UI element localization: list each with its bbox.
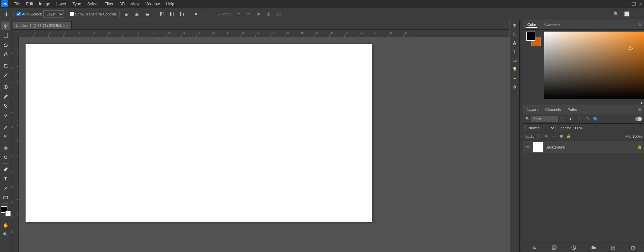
more-options-2-button[interactable]: ⋯	[633, 10, 642, 18]
color-tab[interactable]: Color	[526, 22, 537, 28]
more-options-button[interactable]: ···	[202, 11, 208, 16]
lock-artboard-btn[interactable]: ⊞	[558, 133, 564, 139]
side-font[interactable]: 𝒜	[510, 56, 519, 65]
align-right-button[interactable]	[143, 10, 151, 18]
3d-pan-btn[interactable]: ⟲	[244, 10, 253, 18]
move-tool-btn[interactable]	[1, 22, 10, 30]
layer-fx-button[interactable]: fx	[531, 244, 538, 251]
transform-controls-checkbox[interactable]: Show Transform Controls	[70, 12, 117, 16]
filter-adjust-btn[interactable]: ◐	[568, 116, 574, 122]
side-light[interactable]: 💡	[510, 65, 519, 73]
menu-image[interactable]: Image	[36, 1, 53, 7]
side-type[interactable]: A	[510, 39, 519, 47]
menu-filter[interactable]: Filter	[102, 1, 116, 7]
layers-kind-input[interactable]	[531, 116, 558, 122]
swatches-tab[interactable]: Swatches	[543, 22, 562, 28]
layer-dropdown[interactable]: Layer Group	[43, 10, 64, 18]
layers-tab-paths[interactable]: Paths	[566, 107, 578, 112]
background-color-swatch[interactable]	[5, 211, 11, 216]
layer-visibility-eye[interactable]: 👁	[525, 144, 531, 150]
dodge-btn[interactable]	[1, 153, 10, 162]
blur-btn[interactable]	[1, 144, 10, 153]
minimize-button[interactable]: ─	[626, 1, 629, 7]
panel-collapse-btn[interactable]: ‹	[520, 20, 523, 252]
opacity-value[interactable]: 100%	[573, 126, 585, 130]
menu-3d[interactable]: 3D	[117, 1, 127, 7]
path-selection-btn[interactable]: ↗	[1, 184, 10, 193]
eyedropper-btn[interactable]	[1, 71, 10, 80]
layer-group-button[interactable]	[590, 244, 597, 251]
blend-mode-select[interactable]: Normal Multiply Screen Overlay	[525, 125, 556, 131]
history-brush-btn[interactable]: ↺	[1, 111, 10, 120]
gradient-btn[interactable]	[1, 132, 10, 141]
marquee-tool-btn[interactable]	[1, 31, 10, 40]
menu-layer[interactable]: Layer	[53, 1, 69, 7]
align-left-button[interactable]	[122, 10, 131, 18]
fg-color-box[interactable]	[526, 32, 535, 41]
healing-brush-btn[interactable]	[1, 83, 10, 91]
menu-window[interactable]: Window	[143, 1, 163, 7]
align-top-button[interactable]	[157, 10, 166, 18]
layer-mask-button[interactable]	[551, 244, 558, 251]
filter-pixel-btn[interactable]: ⬛	[560, 116, 566, 122]
lock-transparent-btn[interactable]: ⬛	[536, 133, 542, 139]
crop-tool-btn[interactable]	[1, 61, 10, 70]
canvas-wrapper[interactable]	[19, 37, 509, 252]
menu-file[interactable]: File	[11, 1, 23, 7]
lock-position-btn[interactable]: ✛	[551, 133, 557, 139]
zoom-tool-btn[interactable]: 🔍	[1, 230, 10, 239]
filter-toggle-btn[interactable]	[635, 117, 642, 121]
search-icon-button[interactable]: 🔍	[612, 10, 620, 18]
side-cloud[interactable]: ☁	[510, 74, 519, 82]
type-tool-btn[interactable]: T	[1, 174, 10, 183]
fill-value[interactable]: 100%	[633, 134, 642, 138]
brush-tool-btn[interactable]	[1, 92, 10, 101]
side-recent-files[interactable]: ⊞	[510, 22, 519, 30]
lock-all-btn[interactable]: 🔒	[566, 133, 572, 139]
side-smart[interactable]: ◑	[510, 83, 519, 91]
close-button[interactable]: ✕	[639, 1, 643, 7]
shape-tool-btn[interactable]	[1, 193, 10, 202]
restore-button[interactable]: ❐	[632, 1, 636, 7]
hand-tool-btn[interactable]: ✋	[1, 221, 10, 229]
document-tab[interactable]: Untitled-1 @ 66.7% (RGB/8#) ×	[13, 21, 72, 29]
side-paragraph[interactable]: ¶	[510, 48, 519, 56]
align-center-h-button[interactable]	[132, 10, 141, 18]
tab-close-btn[interactable]: ×	[67, 24, 69, 27]
layers-tab-channels[interactable]: Channels	[544, 107, 562, 112]
menu-view[interactable]: View	[128, 1, 142, 7]
lasso-tool-btn[interactable]	[1, 40, 10, 49]
move-tool-icon[interactable]	[2, 10, 11, 18]
filter-smart-btn[interactable]: 🔷	[592, 116, 599, 122]
layer-adjustment-button[interactable]	[570, 244, 577, 251]
side-3d-view[interactable]: ⬡	[510, 30, 519, 38]
3d-scale-btn[interactable]: ⊞	[264, 10, 273, 18]
3d-zoom-btn[interactable]: ⊕	[254, 10, 263, 18]
menu-edit[interactable]: Edit	[23, 1, 36, 7]
eraser-btn[interactable]	[1, 123, 10, 131]
new-layer-button[interactable]	[609, 244, 617, 251]
menu-help[interactable]: Help	[163, 1, 177, 7]
workspace-button[interactable]: ⬜	[622, 10, 631, 18]
layers-panel-menu[interactable]: ≡	[638, 107, 641, 113]
auto-select-checkbox[interactable]: Auto-Select:	[16, 12, 42, 16]
3d-rotate-btn[interactable]: ⟳	[234, 10, 243, 18]
menu-type[interactable]: Type	[70, 1, 84, 7]
color-gradient-picker[interactable]	[544, 32, 644, 99]
filter-shape-btn[interactable]: ⬡	[584, 116, 591, 122]
lock-pixels-btn[interactable]: ✏	[543, 133, 550, 139]
filter-type-btn[interactable]: T	[576, 116, 582, 122]
clone-stamp-btn[interactable]	[1, 101, 10, 110]
color-panel-menu[interactable]: ≡	[638, 22, 641, 28]
layers-tab-layers[interactable]: Layers	[526, 107, 540, 112]
menu-select[interactable]: Select	[84, 1, 101, 7]
3d-camera-btn[interactable]: 🎥	[274, 10, 283, 18]
document-canvas[interactable]	[26, 44, 372, 222]
magic-wand-btn[interactable]: ⁂	[1, 50, 10, 58]
distribute-horiz-button[interactable]	[192, 10, 200, 18]
align-bottom-button[interactable]	[177, 10, 186, 18]
pen-btn[interactable]	[1, 165, 10, 174]
layer-row[interactable]: 👁 Background 🔒	[523, 140, 644, 154]
align-center-v-button[interactable]	[167, 10, 176, 18]
delete-layer-button[interactable]	[629, 244, 637, 251]
